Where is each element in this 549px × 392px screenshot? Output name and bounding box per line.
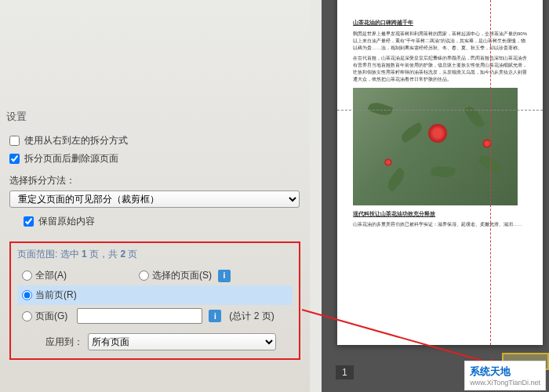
delete-after-checkbox[interactable] [9,154,20,164]
keep-original-label: 保留原始内容 [38,215,95,228]
range-current-radio[interactable] [22,290,32,300]
document-image [353,88,518,205]
page-number-label: 1 [336,365,354,379]
watermark-name: 系统天地 [470,365,540,379]
range-current-option[interactable]: 当前页(R) [17,285,293,305]
keep-original-checkbox[interactable] [24,216,34,227]
range-pages-option[interactable]: 页面(G) i (总计 2 页) [17,305,293,327]
page-range-title: 页面范围: 选中 1 页，共 2 页 [17,248,293,266]
split-method-select[interactable]: 重定义页面的可见部分（裁剪框） [9,191,300,208]
rtl-split-option[interactable]: 使用从右到左的拆分方式 [9,132,300,150]
range-selected-option[interactable]: 选择的页面(S) i [134,266,235,285]
range-all-option[interactable]: 全部(A) [17,266,71,285]
delete-after-option[interactable]: 拆分页面后删除源页面 [9,150,300,168]
watermark: 系统天地 www.XiTongTianDi.net [464,361,546,390]
doc-body: 山茶花油的口碑跨越千年 我国是世界上最早发现茶树和利用茶树的国家，茶树起源中心，… [353,2,527,228]
apply-to-label: 应用到： [45,336,83,349]
doc-para-3: 山茶花油的多重美容功效已被科学实证：滋养保湿、延缓老、柔嫩光滑、滋润…… [353,221,527,228]
doc-heading-2: 现代科技让山茶花油功效充分释放 [353,210,527,219]
info-icon[interactable]: i [218,270,231,282]
delete-after-label: 拆分页面后删除源页面 [24,152,118,165]
keep-original-option[interactable]: 保留原始内容 [24,212,300,230]
settings-pane: 设置 使用从右到左的拆分方式 拆分页面后删除源页面 选择拆分方法： 重定义页面的… [0,0,310,392]
range-all-radio[interactable] [22,270,32,281]
document-page[interactable]: 山茶花油的口碑跨越千年 我国是世界上最早发现茶树和利用茶树的国家，茶树起源中心，… [337,0,543,345]
doc-para-1: 我国是世界上最早发现茶树和利用茶树的国家，茶树起源中心，全球茶油产量的90%以上… [353,31,527,52]
page-range-group: 页面范围: 选中 1 页，共 2 页 全部(A) 选择的页面(S) i 当前页(… [9,241,300,360]
total-pages-label: (总计 2 页) [229,310,274,323]
range-selected-radio[interactable] [139,270,149,281]
apply-to-select[interactable]: 所有页面 [88,333,276,350]
method-label: 选择拆分方法： [9,168,300,191]
doc-para-2: 在古代百姓，山茶花油是深受皇室后妃青睐的养颜圣品，民间百姓也深知山茶花油含有营养… [353,55,527,83]
watermark-url: www.XiTongTianDi.net [470,379,540,387]
page-range-input[interactable] [77,308,202,324]
range-pages-radio[interactable] [22,311,32,321]
preview-pane: 山茶花油的口碑跨越千年 我国是世界上最早发现茶树和利用茶树的国家，茶树起源中心，… [322,0,549,392]
rtl-split-label: 使用从右到左的拆分方式 [24,134,128,147]
doc-heading-1: 山茶花油的口碑跨越千年 [353,19,527,27]
settings-header: 设置 [0,0,310,129]
settings-panel: 使用从右到左的拆分方式 拆分页面后删除源页面 选择拆分方法： 重定义页面的可见部… [0,129,310,368]
crop-guide-vertical [490,0,491,345]
info-icon[interactable]: i [209,310,221,322]
crop-guide-horizontal [337,110,543,111]
rtl-split-checkbox[interactable] [9,136,20,146]
